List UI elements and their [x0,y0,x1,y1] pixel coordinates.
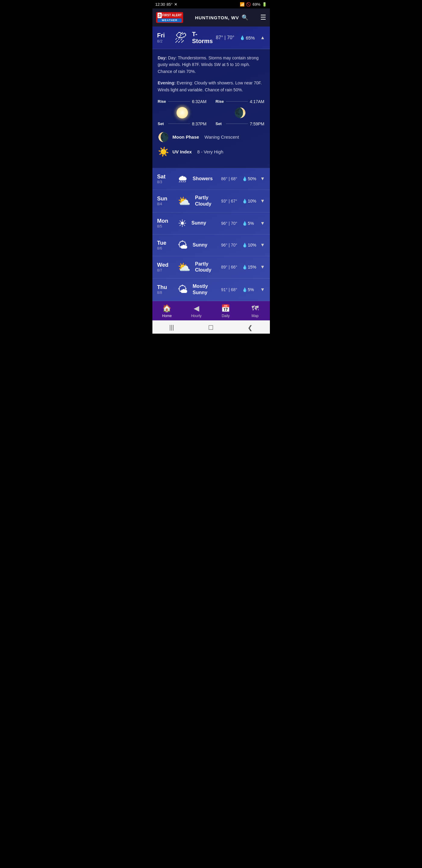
forecast-expand-3[interactable]: ▼ [260,242,265,248]
rain-icon-3: 💧 [242,243,247,247]
today-date-num: 8/2 [157,39,169,43]
nav-hourly-label: Hourly [191,314,201,318]
forecast-date-1: Sun 8/4 [157,195,173,206]
nav-home[interactable]: 🏠 Home [156,304,177,318]
moon-phase-icon: 🌘 [158,132,169,142]
today-precip: 💧 65% [240,35,255,40]
logo-firstalert: FIRST ALERT [162,13,182,17]
rain-icon-0: 💧 [242,176,247,181]
bottom-nav: 🏠 Home ◀ Hourly 📅 Daily 🗺 Map [153,301,270,320]
today-evening-text: Evening: Evening: Cloudy with showers. L… [158,80,264,93]
forecast-expand-0[interactable]: ▼ [260,176,265,181]
moon-phase-row: 🌘 Moon Phase Waning Crescent [158,132,264,142]
forecast-condition-2: Sunny [192,220,218,226]
menu-icon[interactable]: ☰ [260,13,266,22]
forecast-row[interactable]: Mon 8/5 ☀ Sunny 96° | 70° 💧 5% ▼ [153,213,270,235]
forecast-datenum-0: 8/3 [157,180,173,184]
forecast-condition-0: Showers [193,176,218,182]
forecast-expand-2[interactable]: ▼ [260,221,265,226]
forecast-condition-1: Partly Cloudy [195,195,218,207]
uv-label: UV Index [172,149,192,154]
today-row[interactable]: Fri 8/2 ⛈ T-Storms 87° | 70° 💧 65% ▲ [153,27,270,49]
forecast-condition-4: Partly Cloudy [195,261,218,274]
today-low: 70° [227,35,234,40]
nav-home-label: Home [162,314,172,318]
rain-icon-4: 💧 [242,265,247,270]
status-bar: 12:30 85° ✕ 📶 🚫 69% 🔋 [153,0,270,8]
forecast-expand-4[interactable]: ▼ [260,264,265,270]
forecast-precip-5: 💧 5% [242,287,257,292]
forecast-datenum-4: 8/7 [157,268,173,273]
precip-pct-2: 5% [248,221,254,226]
today-expand-icon[interactable]: ▲ [260,35,265,40]
forecast-expand-5[interactable]: ▼ [260,287,265,292]
nav-hourly[interactable]: ◀ Hourly [186,304,207,318]
dnd-icon: 🚫 [246,2,251,7]
today-date: Fri 8/2 [157,32,169,43]
logo-number: 3 [158,13,162,18]
today-condition: T-Storms [192,31,213,44]
forecast-day-2: Mon [157,218,173,224]
status-right: 📶 🚫 69% 🔋 [240,2,267,7]
forecast-row[interactable]: Tue 8/6 🌤 Sunny 96° | 70° 💧 10% ▼ [153,235,270,256]
forecast-icon-3: 🌤 [178,239,188,251]
forecast-temps-1: 93° | 67° [221,198,237,204]
android-back[interactable]: ❮ [248,324,253,331]
sun-rise-time: 6:32AM [192,99,206,104]
city-label: HUNTINGTON, WV [195,15,239,20]
logo-weather: WEATHER [158,19,182,22]
rain-drop-icon: 💧 [240,35,245,40]
nav-map[interactable]: 🗺 Map [245,304,266,318]
forecast-date-2: Mon 8/5 [157,218,173,228]
nav-daily-label: Daily [222,314,230,318]
forecast-condition-5: Mostly Sunny [193,283,218,296]
forecast-row[interactable]: Thu 8/8 🌤 Mostly Sunny 91° | 68° 💧 5% ▼ [153,278,270,301]
forecast-day-3: Tue [157,240,173,246]
moon-set-time: 7:59PM [250,121,264,126]
sun-icon [176,107,188,119]
forecast-day-1: Sun [157,195,173,202]
forecast-precip-4: 💧 15% [242,265,257,270]
sun-moon-section: Rise 6:32AM Set 8:37PM Rise 4:1 [158,99,264,126]
status-close-icon: ✕ [174,2,177,7]
precip-pct-4: 15% [248,265,256,270]
forecast-icon-5: 🌤 [178,284,188,296]
uv-index-row: ☀️ UV Index 8 - Very High [158,147,264,157]
nav-daily[interactable]: 📅 Daily [215,304,236,318]
sun-section: Rise 6:32AM Set 8:37PM [158,99,207,126]
forecast-condition-3: Sunny [193,242,218,248]
precip-pct-5: 5% [248,287,254,292]
today-temps: 87° | 70° [216,35,234,40]
forecast-row[interactable]: Sun 8/4 ⛅ Partly Cloudy 93° | 67° 💧 10% … [153,190,270,213]
forecast-icon-0: 🌧 [178,173,188,185]
uv-value: 8 - Very High [197,149,224,154]
forecast-datenum-3: 8/6 [157,246,173,250]
moon-icon: 🌒 [234,107,246,119]
forecast-expand-1[interactable]: ▼ [260,198,265,204]
forecast-row[interactable]: Wed 8/7 ⛅ Partly Cloudy 89° | 66° 💧 15% … [153,256,270,279]
uv-icon: ☀️ [158,147,169,157]
forecast-date-3: Tue 8/6 [157,240,173,250]
android-recents[interactable]: ||| [169,324,174,331]
forecast-date-4: Wed 8/7 [157,262,173,273]
forecast-list: Sat 8/3 🌧 Showers 86° | 68° 💧 50% ▼ Sun … [153,168,270,301]
moon-section: Rise 4:17AM 🌒 Set 7:59PM [216,99,264,126]
search-icon[interactable]: 🔍 [241,14,249,21]
android-navbar: ||| ☐ ❮ [153,320,270,334]
moon-set-label: Set [216,121,224,126]
today-detail-panel: Day: Day: Thunderstorms. Storms may cont… [153,49,270,168]
home-icon: 🏠 [162,304,171,313]
nav-map-label: Map [252,314,258,318]
android-home[interactable]: ☐ [208,324,214,331]
app-logo: 3 FIRST ALERT WEATHER [156,12,184,23]
forecast-icon-2: ☀ [178,217,187,229]
forecast-temps-5: 91° | 68° [221,287,237,292]
forecast-datenum-2: 8/5 [157,224,173,228]
moon-rise-label: Rise [216,99,224,104]
map-icon: 🗺 [252,304,259,313]
main-weather-area: Fri 8/2 ⛈ T-Storms 87° | 70° 💧 65% ▲ Day… [153,27,270,301]
today-high: 87° [216,35,223,40]
forecast-row[interactable]: Sat 8/3 🌧 Showers 86° | 68° 💧 50% ▼ [153,168,270,190]
today-precip-pct: 65% [246,35,255,40]
battery-percent: 69% [252,2,260,7]
